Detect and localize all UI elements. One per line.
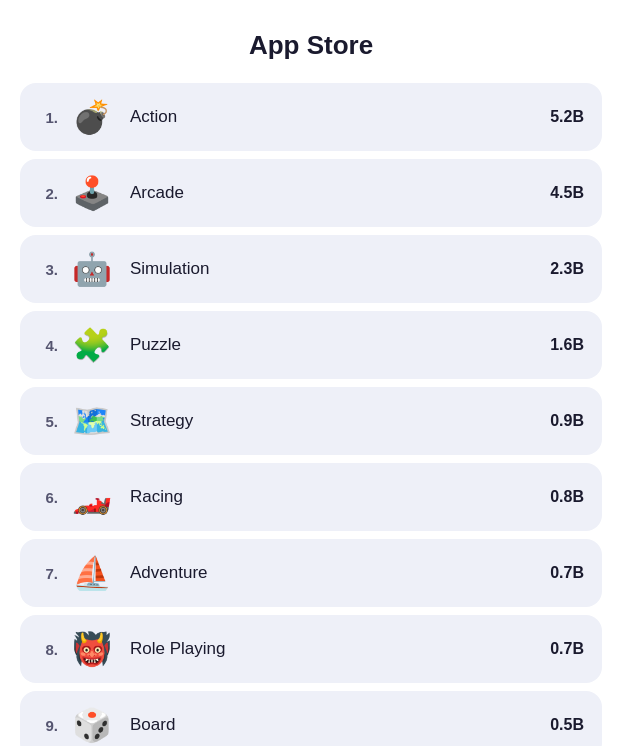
- list-item[interactable]: 8. 👹 Role Playing 0.7B: [20, 615, 602, 683]
- category-value: 0.9B: [550, 412, 584, 430]
- category-icon: 🤖: [68, 245, 116, 293]
- category-label: Adventure: [130, 563, 540, 583]
- list-item[interactable]: 9. 🎲 Board 0.5B: [20, 691, 602, 746]
- category-label: Simulation: [130, 259, 540, 279]
- rank-number: 9.: [30, 717, 58, 734]
- category-value: 5.2B: [550, 108, 584, 126]
- category-icon: 👹: [68, 625, 116, 673]
- category-icon: 🕹️: [68, 169, 116, 217]
- list-item[interactable]: 4. 🧩 Puzzle 1.6B: [20, 311, 602, 379]
- category-value: 2.3B: [550, 260, 584, 278]
- rank-number: 3.: [30, 261, 58, 278]
- category-value: 1.6B: [550, 336, 584, 354]
- category-value: 0.7B: [550, 564, 584, 582]
- category-icon: 🧩: [68, 321, 116, 369]
- category-label: Arcade: [130, 183, 540, 203]
- category-label: Racing: [130, 487, 540, 507]
- rank-number: 4.: [30, 337, 58, 354]
- category-label: Action: [130, 107, 540, 127]
- category-icon: 🏎️: [68, 473, 116, 521]
- rank-number: 8.: [30, 641, 58, 658]
- category-icon: 🗺️: [68, 397, 116, 445]
- category-label: Board: [130, 715, 540, 735]
- list-item[interactable]: 3. 🤖 Simulation 2.3B: [20, 235, 602, 303]
- category-icon: 💣: [68, 93, 116, 141]
- category-list: 1. 💣 Action 5.2B 2. 🕹️ Arcade 4.5B 3. 🤖 …: [20, 83, 602, 746]
- list-item[interactable]: 2. 🕹️ Arcade 4.5B: [20, 159, 602, 227]
- rank-number: 1.: [30, 109, 58, 126]
- list-item[interactable]: 7. ⛵ Adventure 0.7B: [20, 539, 602, 607]
- list-item[interactable]: 5. 🗺️ Strategy 0.9B: [20, 387, 602, 455]
- rank-number: 2.: [30, 185, 58, 202]
- category-icon: 🎲: [68, 701, 116, 746]
- category-label: Puzzle: [130, 335, 540, 355]
- rank-number: 6.: [30, 489, 58, 506]
- category-value: 4.5B: [550, 184, 584, 202]
- rank-number: 7.: [30, 565, 58, 582]
- rank-number: 5.: [30, 413, 58, 430]
- category-icon: ⛵: [68, 549, 116, 597]
- page-title: App Store: [249, 30, 373, 61]
- category-label: Role Playing: [130, 639, 540, 659]
- category-value: 0.7B: [550, 640, 584, 658]
- category-value: 0.8B: [550, 488, 584, 506]
- category-value: 0.5B: [550, 716, 584, 734]
- list-item[interactable]: 6. 🏎️ Racing 0.8B: [20, 463, 602, 531]
- category-label: Strategy: [130, 411, 540, 431]
- list-item[interactable]: 1. 💣 Action 5.2B: [20, 83, 602, 151]
